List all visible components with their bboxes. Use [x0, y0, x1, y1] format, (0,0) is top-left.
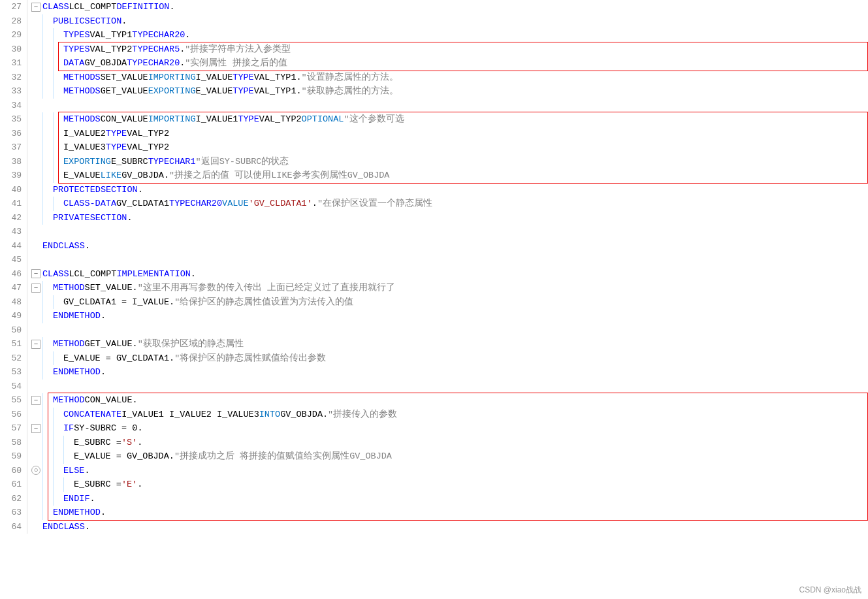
code-area: 2728293031323334353637383940414243444546… [0, 0, 868, 534]
code-line: ENDMETHOD. [31, 365, 868, 380]
line-number: 41 [3, 197, 22, 211]
code-token: CON_VALUE [101, 112, 148, 127]
fold-minus-icon[interactable]: − [31, 340, 40, 349]
code-line [31, 380, 868, 394]
indent-bar [42, 14, 53, 29]
fold-minus-icon[interactable]: − [31, 269, 40, 278]
indent-bar [42, 155, 53, 169]
indent-bar [63, 478, 74, 492]
indent-bar [53, 112, 63, 127]
code-token: . [101, 309, 106, 323]
line-number: 27 [3, 0, 22, 14]
code-line: METHODS SET_VALUE IMPORTING I_VALUE TYPE… [31, 71, 868, 85]
line-number: 40 [3, 183, 22, 197]
kw-like-token: LIKE [101, 169, 121, 183]
indent-bar [53, 56, 63, 71]
indent-bar [42, 28, 53, 42]
fold-minus-icon[interactable]: − [31, 396, 40, 405]
kw-type-token: TYPE [233, 71, 253, 85]
code-token: GV_OBJDA [84, 56, 127, 71]
line-number: 44 [3, 239, 22, 253]
indent-bar [53, 28, 63, 42]
fold-minus-icon[interactable]: − [31, 424, 40, 433]
code-line: TYPES VAL_TYP2 TYPE CHAR5. "拼接字符串方法入参类型 [31, 42, 868, 57]
kw-type-token: ENDIF [63, 492, 90, 506]
kw-class-token: ENDMETHOD [53, 309, 101, 323]
line-number: 54 [3, 380, 22, 394]
code-token: . [85, 239, 90, 253]
line-number: 39 [3, 169, 22, 183]
comment-token: "这个参数可选 [344, 112, 404, 127]
kw-type-token: TYPE [148, 155, 169, 169]
kw-type-token: TYPE [233, 84, 253, 99]
indent-bar [42, 351, 53, 366]
code-token: E_SUBRC = [74, 478, 121, 492]
kw-optional-token: OPTIONAL [302, 112, 344, 127]
indent-bar [42, 449, 53, 464]
kw-type-token: TYPES [63, 28, 90, 42]
line-number: 57 [3, 421, 22, 436]
indent-bar [53, 295, 63, 310]
fold-minus-icon[interactable]: − [31, 3, 40, 12]
line-number: 58 [3, 436, 22, 450]
line-number: 52 [3, 351, 22, 366]
kw-type-token: CHAR5 [153, 42, 180, 57]
code-token: GV_OBJDA. [280, 408, 328, 422]
indent-bar [42, 71, 53, 85]
indent-bar [42, 393, 53, 408]
code-line: GV_CLDATA1 = I_VALUE. "给保护区的静态属性值设置为方法传入… [31, 295, 868, 310]
kw-type-token: IF [63, 421, 74, 436]
kw-type-token: METHOD [53, 281, 85, 295]
code-token: VAL_TYP1. [254, 84, 302, 99]
code-line: ENDCLASS. [31, 520, 868, 534]
kw-type-token: TYPE [106, 127, 127, 141]
indent-bar [42, 408, 53, 422]
code-token: VAL_TYP2 [127, 140, 169, 155]
line-number: 53 [3, 365, 22, 380]
kw-type-token: CHAR20 [153, 28, 185, 42]
indent-bar [42, 127, 53, 141]
kw-type-token: ELSE [63, 464, 84, 478]
indent-bar [53, 492, 63, 506]
indent-bar [42, 112, 53, 127]
code-token: . [180, 56, 185, 71]
line-number: 59 [3, 449, 22, 464]
indent-bar [42, 365, 53, 380]
code-line: PRIVATE SECTION. [31, 211, 868, 225]
string-val-token: 'GV_CLDATA1' [249, 197, 312, 211]
code-line [31, 99, 868, 113]
code-token: E_VALUE [63, 169, 101, 183]
code-token: GET_VALUE. [85, 337, 138, 351]
code-line: EXPORTING E_SUBRC TYPE CHAR1 "返回SY-SUBRC… [31, 155, 868, 169]
fold-minus-icon[interactable]: − [31, 283, 40, 293]
kw-type-token: METHODS [63, 112, 101, 127]
kw-section-token: SECTION [90, 211, 127, 225]
line-number: 42 [3, 211, 22, 225]
kw-class-token: ENDCLASS [42, 239, 85, 253]
indent-bar [42, 140, 53, 155]
comment-token: "拼接成功之后 将拼接的值赋值给实例属性GV_OBJDA [174, 449, 392, 464]
kw-class-token: IMPLEMENTATION [116, 267, 190, 282]
code-token: . [121, 14, 127, 29]
line-number: 61 [3, 478, 22, 492]
line-numbers: 2728293031323334353637383940414243444546… [0, 0, 27, 534]
indent-bar [63, 449, 74, 464]
code-token: SY-SUBRC = 0. [74, 421, 142, 436]
code-token: SET_VALUE [101, 71, 148, 85]
fold-circle-icon[interactable]: ○ [31, 466, 40, 475]
code-line: METHODS CON_VALUE IMPORTING I_VALUE1 TYP… [31, 112, 868, 127]
kw-class-token: CLASS [42, 267, 69, 282]
kw-type-token: TYPE [106, 140, 127, 155]
code-line: −IF SY-SUBRC = 0. [31, 421, 868, 436]
kw-section-token: SECTION [101, 183, 138, 197]
line-number: 43 [3, 225, 22, 239]
indent-bar [53, 478, 63, 492]
code-line: PROTECTED SECTION. [31, 183, 868, 197]
code-token: VAL_TYP1. [254, 71, 302, 85]
code-token: LCL_COMPT [69, 0, 117, 14]
code-token: GV_CLDATA1 [116, 197, 169, 211]
code-token: VAL_TYP2 [259, 112, 302, 127]
indent-bar [53, 42, 63, 57]
kw-type-token: TYPE [127, 56, 148, 71]
kw-into-token: INTO [259, 408, 280, 422]
